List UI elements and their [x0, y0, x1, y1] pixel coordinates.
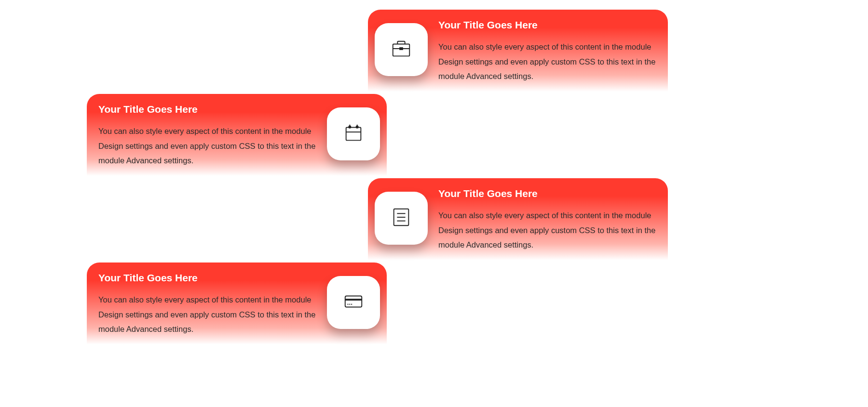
- icon-box: [375, 192, 428, 245]
- svg-rect-13: [345, 296, 362, 307]
- svg-rect-3: [346, 128, 361, 141]
- card-body: You can also style every aspect of this …: [438, 208, 656, 252]
- feature-card-1: Your Title Goes Here You can also style …: [368, 10, 668, 92]
- credit-card-icon: [342, 290, 365, 315]
- card-body: You can also style every aspect of this …: [438, 39, 656, 84]
- svg-rect-8: [356, 126, 359, 129]
- card-title: Your Title Goes Here: [438, 188, 656, 199]
- card-title: Your Title Goes Here: [98, 272, 316, 284]
- icon-box: [375, 23, 428, 76]
- card-title: Your Title Goes Here: [98, 104, 316, 115]
- icon-box: [327, 107, 380, 160]
- card-body: You can also style every aspect of this …: [98, 124, 316, 168]
- document-icon: [390, 206, 412, 230]
- briefcase-icon: [390, 38, 412, 62]
- calendar-icon: [342, 122, 365, 146]
- icon-box: [327, 276, 380, 329]
- feature-card-4: Your Title Goes Here You can also style …: [87, 263, 387, 344]
- feature-card-3: Your Title Goes Here You can also style …: [368, 178, 668, 260]
- card-body: You can also style every aspect of this …: [98, 292, 316, 337]
- card-title: Your Title Goes Here: [438, 19, 656, 31]
- feature-card-2: Your Title Goes Here You can also style …: [87, 94, 387, 176]
- svg-rect-7: [348, 126, 351, 129]
